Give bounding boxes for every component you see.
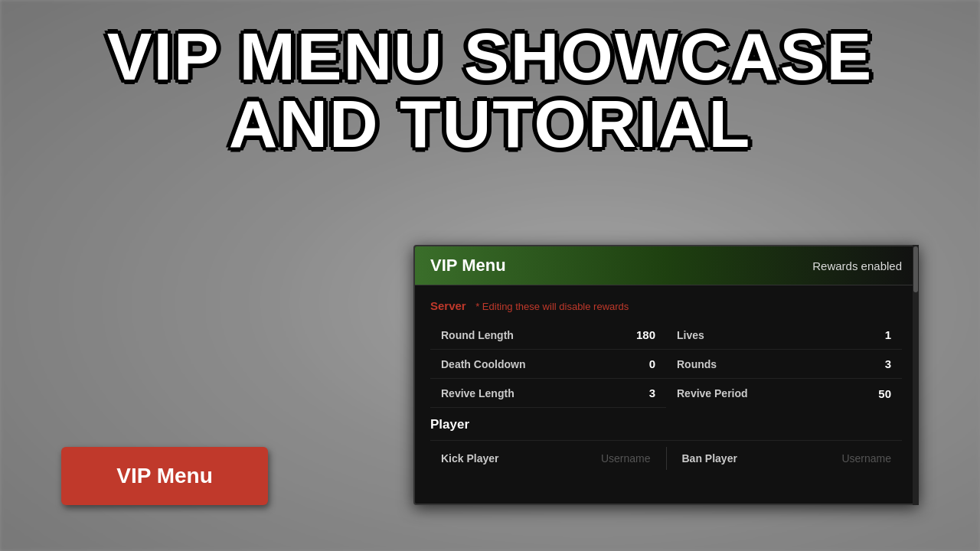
rewards-status: Rewards enabled bbox=[812, 259, 902, 272]
content-area: VIP MENU SHOWCASE AND TUTORIAL VIP Menu … bbox=[0, 0, 980, 551]
player-row: Kick Player Username Ban Player Username bbox=[430, 440, 902, 476]
server-note: * Editing these will disable rewards bbox=[475, 301, 629, 312]
settings-grid: Round Length 180 Lives 1 Death Cooldown … bbox=[430, 321, 902, 408]
panel-wrapper: VIP Menu Rewards enabled Server * Editin… bbox=[413, 245, 919, 505]
setting-death-cooldown: Death Cooldown 0 bbox=[430, 350, 666, 379]
setting-value-lives: 1 bbox=[885, 328, 891, 341]
setting-label-rounds: Rounds bbox=[677, 358, 717, 370]
setting-value-rounds: 3 bbox=[885, 357, 891, 370]
scrollbar-thumb bbox=[913, 246, 918, 292]
setting-value-revive-length: 3 bbox=[649, 386, 655, 399]
panel-header: VIP Menu Rewards enabled bbox=[415, 246, 917, 285]
panel-body: Server * Editing these will disable rewa… bbox=[415, 285, 917, 488]
panel-title: VIP Menu bbox=[430, 256, 506, 276]
setting-round-length: Round Length 180 bbox=[430, 321, 666, 350]
main-title: VIP MENU SHOWCASE AND TUTORIAL bbox=[107, 23, 874, 158]
setting-label-lives: Lives bbox=[677, 329, 704, 341]
setting-label-round-length: Round Length bbox=[441, 329, 514, 341]
setting-label-revive-length: Revive Length bbox=[441, 387, 514, 399]
setting-revive-period: Revive Period 50 bbox=[666, 379, 902, 408]
vip-menu-button[interactable]: VIP Menu bbox=[61, 447, 268, 505]
server-label: Server bbox=[430, 299, 466, 312]
ban-player-label: Ban Player bbox=[682, 452, 737, 465]
title-area: VIP MENU SHOWCASE AND TUTORIAL bbox=[107, 23, 874, 158]
player-section-label: Player bbox=[430, 417, 902, 432]
lower-section: VIP Menu VIP Menu Rewards enabled Server… bbox=[0, 245, 980, 551]
ban-player-col: Ban Player Username bbox=[667, 452, 892, 465]
title-line2: AND TUTORIAL bbox=[107, 90, 874, 158]
kick-player-username: Username bbox=[601, 452, 651, 465]
ban-player-username: Username bbox=[841, 452, 891, 465]
setting-label-death-cooldown: Death Cooldown bbox=[441, 358, 525, 370]
setting-rounds: Rounds 3 bbox=[666, 350, 902, 379]
scrollbar[interactable] bbox=[913, 245, 919, 505]
kick-player-label: Kick Player bbox=[441, 452, 499, 465]
setting-value-death-cooldown: 0 bbox=[649, 357, 655, 370]
server-section-header: Server * Editing these will disable rewa… bbox=[430, 299, 902, 313]
setting-lives: Lives 1 bbox=[666, 321, 902, 350]
setting-value-round-length: 180 bbox=[636, 328, 655, 341]
setting-revive-length: Revive Length 3 bbox=[430, 379, 666, 408]
setting-value-revive-period: 50 bbox=[878, 387, 891, 400]
title-line1: VIP MENU SHOWCASE bbox=[107, 23, 874, 90]
setting-label-revive-period: Revive Period bbox=[677, 387, 748, 399]
kick-player-col: Kick Player Username bbox=[441, 452, 666, 465]
vip-menu-panel: VIP Menu Rewards enabled Server * Editin… bbox=[413, 245, 919, 505]
